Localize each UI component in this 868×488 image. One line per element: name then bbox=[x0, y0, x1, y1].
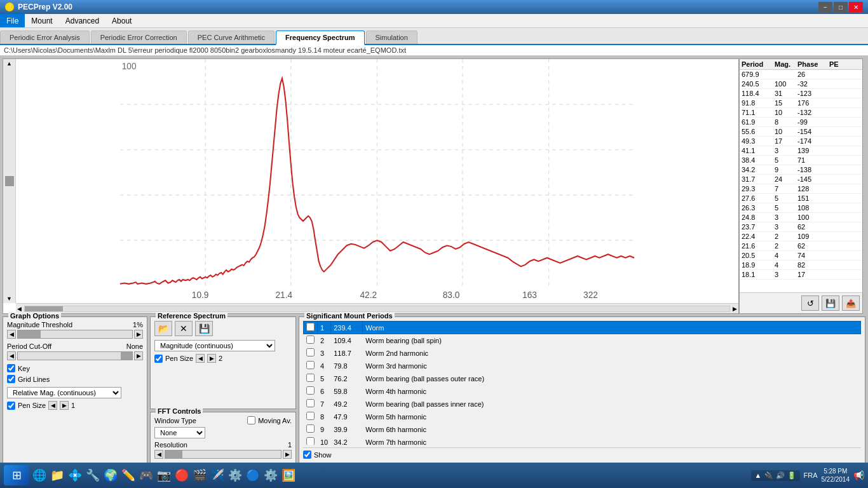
refresh-button[interactable]: ↺ bbox=[801, 295, 819, 311]
ref-pen-checkbox[interactable] bbox=[154, 355, 163, 363]
mag-threshold-label: Magnitude Threshold bbox=[7, 321, 72, 329]
resolution-thumb[interactable] bbox=[165, 451, 182, 458]
taskbar-camera-icon[interactable]: 📷 bbox=[156, 468, 172, 483]
freq-row: 21.6262 bbox=[740, 241, 862, 251]
sig-period-row-3[interactable]: 3 118.7 Worm 2nd harmonic bbox=[304, 347, 861, 360]
pen-size-checkbox[interactable] bbox=[7, 402, 15, 410]
sig-period-row-2[interactable]: 2 109.4 Worm bearing (ball spin) bbox=[304, 334, 861, 347]
ref-clear-button[interactable]: ✕ bbox=[175, 321, 193, 336]
tray-arrow[interactable]: ▲ bbox=[755, 471, 762, 479]
ref-pen-down[interactable]: ◀ bbox=[196, 354, 205, 363]
period-cutoff-thumb[interactable] bbox=[121, 352, 132, 360]
tray-network: 🔌 bbox=[764, 471, 773, 480]
period-3-checkbox[interactable] bbox=[306, 348, 315, 356]
ref-display-dropdown[interactable]: Magnitude (continuous) Relative Mag. (co… bbox=[154, 340, 275, 351]
sig-period-row-9[interactable]: 9 39.9 Worm 6th harmonic bbox=[304, 423, 861, 436]
grid-lines-checkbox[interactable] bbox=[7, 375, 15, 383]
taskbar-video-icon[interactable]: 🎬 bbox=[192, 468, 207, 483]
freq-row: 29.37128 bbox=[740, 184, 862, 194]
clock-time: 5:28 PM bbox=[822, 467, 850, 475]
period-7-checkbox[interactable] bbox=[306, 399, 315, 407]
hscroll-right[interactable]: ▶ bbox=[731, 306, 738, 312]
period-8-checkbox[interactable] bbox=[306, 412, 315, 420]
period-6-checkbox[interactable] bbox=[306, 386, 315, 395]
vscroll-up[interactable]: ▲ bbox=[6, 60, 12, 67]
resolution-track[interactable] bbox=[165, 450, 281, 459]
tab-frequency-spectrum[interactable]: Frequency Spectrum bbox=[276, 30, 364, 45]
taskbar-plane-icon[interactable]: ✈️ bbox=[210, 468, 225, 483]
pen-size-down[interactable]: ◀ bbox=[48, 401, 57, 410]
taskbar-tools-icon[interactable]: 🔧 bbox=[85, 468, 100, 483]
taskbar-app-icon[interactable]: 🖼️ bbox=[281, 468, 296, 483]
period-cutoff-left[interactable]: ◀ bbox=[7, 351, 16, 360]
close-button[interactable]: ✕ bbox=[849, 2, 863, 12]
moving-av-checkbox[interactable] bbox=[247, 416, 255, 424]
tab-pec-curve-arithmetic[interactable]: PEC Curve Arithmetic bbox=[188, 30, 275, 44]
sig-period-row-1[interactable]: 1 239.4 Worm bbox=[304, 322, 861, 334]
sig-period-row-5[interactable]: 5 76.2 Worm bearing (ball passes outer r… bbox=[304, 372, 861, 385]
show-checkbox[interactable] bbox=[303, 451, 311, 459]
sig-period-row-6[interactable]: 6 59.8 Worm 4th harmonic bbox=[304, 385, 861, 398]
sig-period-row-4[interactable]: 4 79.8 Worm 3rd harmonic bbox=[304, 360, 861, 372]
sig-period-row-7[interactable]: 7 49.2 Worm bearing (ball passes inner r… bbox=[304, 398, 861, 410]
chart-vscroll[interactable]: ▲ ▼ bbox=[3, 59, 16, 303]
sig-periods-table-container[interactable]: 1 239.4 Worm 2 109.4 Worm bearing (ball … bbox=[303, 321, 861, 445]
ref-save-button[interactable]: 💾 bbox=[195, 321, 213, 336]
taskbar-layers-icon[interactable]: 🔴 bbox=[174, 468, 189, 483]
maximize-button[interactable]: □ bbox=[834, 2, 848, 12]
sig-period-row-10[interactable]: 10 34.2 Worm 7th harmonic bbox=[304, 436, 861, 445]
mag-threshold-left[interactable]: ◀ bbox=[7, 330, 16, 339]
window-type-select[interactable]: None Hann Hamming bbox=[154, 427, 205, 438]
period-9-checkbox[interactable] bbox=[306, 424, 315, 433]
action-center[interactable]: 📢 bbox=[853, 470, 864, 480]
taskbar-pencil-icon[interactable]: ✏️ bbox=[121, 468, 136, 483]
pen-size-up[interactable]: ▶ bbox=[60, 401, 69, 410]
tab-periodic-error-analysis[interactable]: Periodic Error Analysis bbox=[0, 30, 90, 44]
tab-periodic-error-correction[interactable]: Periodic Error Correction bbox=[91, 30, 187, 44]
period-cutoff-track[interactable] bbox=[17, 351, 133, 360]
sig-period-row-8[interactable]: 8 47.9 Worm 5th harmonic bbox=[304, 410, 861, 423]
period-10-checkbox[interactable] bbox=[306, 437, 315, 445]
taskbar-explorer-icon[interactable]: 📁 bbox=[50, 468, 65, 483]
minimize-button[interactable]: − bbox=[818, 2, 832, 12]
taskbar-ie-icon[interactable]: 🌐 bbox=[32, 468, 47, 483]
mag-threshold-track[interactable] bbox=[17, 330, 133, 339]
taskbar-lang[interactable]: FRA bbox=[804, 471, 818, 479]
menu-about[interactable]: About bbox=[105, 14, 138, 27]
hscroll-left[interactable]: ◀ bbox=[16, 306, 23, 312]
menu-mount[interactable]: Mount bbox=[25, 14, 58, 27]
ref-pen-up[interactable]: ▶ bbox=[207, 354, 216, 363]
vscroll-thumb[interactable] bbox=[5, 176, 14, 186]
period-5-checkbox[interactable] bbox=[306, 374, 315, 382]
taskbar-gamepad-icon[interactable]: 🎮 bbox=[139, 468, 154, 483]
menu-file[interactable]: File bbox=[0, 14, 25, 27]
period-4-checkbox[interactable] bbox=[306, 361, 315, 369]
save-table-button[interactable]: 💾 bbox=[822, 295, 839, 311]
key-checkbox[interactable] bbox=[7, 364, 15, 372]
hscroll-track[interactable] bbox=[24, 306, 730, 312]
menu-advanced[interactable]: Advanced bbox=[59, 14, 105, 27]
pen-size-label: Pen Size bbox=[18, 402, 46, 409]
ref-open-button[interactable]: 📂 bbox=[154, 321, 172, 336]
period-1-checkbox[interactable] bbox=[306, 323, 315, 331]
freq-table-body[interactable]: 679.926 240.5100-32 118.431-123 91.81517… bbox=[740, 70, 862, 292]
period-2-checkbox[interactable] bbox=[306, 336, 315, 344]
start-button[interactable]: ⊞ bbox=[4, 465, 29, 485]
taskbar-gear-icon[interactable]: ⚙️ bbox=[263, 468, 278, 483]
freq-row: 38.4571 bbox=[740, 156, 862, 165]
taskbar-globe-icon[interactable]: 🌍 bbox=[103, 468, 118, 483]
hscroll-thumb[interactable] bbox=[25, 306, 63, 311]
resolution-left[interactable]: ◀ bbox=[154, 450, 163, 459]
tab-simulation[interactable]: Simulation bbox=[366, 30, 417, 44]
export-table-button[interactable]: 📤 bbox=[842, 295, 860, 311]
mag-threshold-thumb[interactable] bbox=[18, 330, 41, 338]
mag-threshold-right[interactable]: ▶ bbox=[134, 330, 143, 339]
taskbar-ball-icon[interactable]: 🔵 bbox=[245, 468, 261, 483]
resolution-right[interactable]: ▶ bbox=[283, 450, 292, 459]
display-type-dropdown[interactable]: Relative Mag. (continuous) Magnitude (co… bbox=[7, 387, 121, 398]
taskbar-store-icon[interactable]: 💠 bbox=[67, 468, 83, 483]
taskbar-circle-icon[interactable]: ⚙️ bbox=[227, 468, 243, 483]
vscroll-down[interactable]: ▼ bbox=[6, 295, 12, 302]
period-cutoff-right[interactable]: ▶ bbox=[134, 351, 143, 360]
taskbar-clock[interactable]: 5:28 PM 5/22/2014 bbox=[822, 467, 850, 484]
